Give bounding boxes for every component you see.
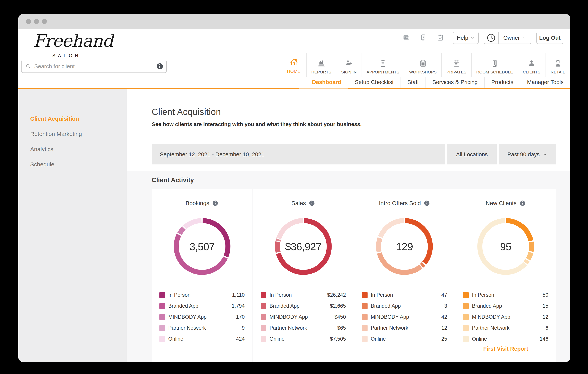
legend-swatch — [159, 336, 165, 342]
nav-tab-retail[interactable]: RETAIL — [545, 53, 570, 77]
date-range-filter[interactable]: September 12, 2021 - December 10, 2021 — [152, 144, 445, 165]
card-title: Sales — [292, 200, 306, 207]
card-title-row: Sales — [292, 200, 315, 207]
home-icon — [289, 57, 299, 67]
metric-card-sales: Sales$36,927In Person$26,242Branded App$… — [253, 189, 354, 362]
app-download-button[interactable] — [419, 34, 427, 42]
legend-label: MINDBODY App — [168, 314, 236, 320]
sub-nav-setup-checklist[interactable]: Setup Checklist — [348, 77, 400, 88]
owner-dropdown[interactable]: Owner — [499, 35, 531, 41]
window-control-dot[interactable] — [26, 19, 31, 24]
locations-filter[interactable]: All Locations — [447, 144, 497, 165]
chevron-down-icon — [542, 152, 547, 157]
legend-label: Partner Network — [371, 325, 441, 331]
legend-item: MINDBODY App42 — [362, 311, 447, 322]
room-schedule-icon — [490, 59, 499, 68]
donut-total: $36,927 — [274, 217, 333, 276]
legend-label: MINDBODY App — [472, 314, 543, 320]
brand-logo[interactable]: Freehand SALON — [31, 32, 100, 58]
window-control-dot[interactable] — [42, 19, 47, 24]
legend-value: $65 — [337, 325, 346, 331]
info-icon[interactable] — [519, 200, 526, 207]
nav-tab-appointments[interactable]: APPOINTMENTS — [362, 53, 404, 77]
legend-label: Partner Network — [472, 325, 546, 331]
legend-item: Partner Network12 — [362, 322, 447, 333]
sub-nav-dashboard[interactable]: Dashboard — [305, 77, 348, 88]
legend-item: Online146 — [463, 333, 548, 344]
main-content: Client Acquisition See how clients are i… — [127, 89, 570, 362]
sign-in-icon — [345, 59, 353, 68]
nav-tab-label: WORKSHOPS — [409, 70, 436, 74]
clock-button[interactable] — [484, 32, 499, 44]
donut-chart: $36,927 — [274, 217, 333, 276]
logout-button[interactable]: Log Out — [536, 32, 563, 44]
nav-tab-sign-in[interactable]: SIGN IN — [336, 53, 362, 77]
nav-tab-clients[interactable]: CLIENTS — [518, 53, 546, 77]
brand-tagline: SALON — [31, 53, 100, 58]
client-search[interactable] — [21, 60, 167, 73]
chevron-down-icon — [542, 152, 547, 157]
brand-name: Freehand — [31, 32, 100, 51]
legend-item: MINDBODY App170 — [159, 311, 245, 322]
nav-tab-room-schedule[interactable]: ROOM SCHEDULE — [471, 53, 518, 77]
nav-tab-privates[interactable]: PRIVATES — [441, 53, 471, 77]
legend-item: In Person50 — [463, 290, 548, 301]
page-title: Client Acquisition — [152, 107, 556, 117]
sidebar-item-client-acquisition[interactable]: Client Acquisition — [18, 111, 127, 126]
legend-swatch — [463, 325, 469, 331]
sidebar-item-schedule[interactable]: Schedule — [18, 157, 127, 172]
donut-chart: 129 — [375, 217, 434, 276]
legend-value: 12 — [543, 314, 548, 320]
nav-tab-reports[interactable]: REPORTS — [306, 53, 336, 77]
legend-item: Branded App1,794 — [159, 301, 245, 311]
news-button[interactable] — [402, 34, 410, 42]
donut-total: 129 — [375, 217, 434, 276]
tasks-button[interactable] — [436, 34, 444, 42]
legend-swatch — [463, 292, 469, 298]
legend: In Person1,110Branded App1,794MINDBODY A… — [152, 290, 252, 344]
legend-swatch — [159, 303, 165, 309]
info-icon — [424, 200, 430, 207]
period-label: Past 90 days — [507, 151, 540, 158]
period-filter[interactable]: Past 90 days — [499, 144, 556, 165]
legend-item: Branded App$2,665 — [261, 301, 346, 311]
legend-swatch — [261, 303, 266, 309]
nav-tab-home[interactable]: HOME — [281, 53, 306, 77]
info-icon[interactable] — [424, 200, 430, 207]
legend-swatch — [362, 314, 368, 320]
legend-swatch — [362, 292, 368, 298]
window-control-dot[interactable] — [34, 19, 39, 24]
sub-nav-services-pricing[interactable]: Services & Pricing — [426, 77, 484, 88]
nav-tab-label: APPOINTMENTS — [367, 70, 399, 74]
sidebar-item-retention-marketing[interactable]: Retention Marketing — [18, 126, 127, 142]
chevron-down-icon — [522, 35, 526, 40]
owner-menu-button[interactable]: Owner — [484, 32, 531, 44]
sub-nav-staff[interactable]: Staff — [400, 77, 425, 88]
app-window: Freehand SALON Help Owner Log Out — [18, 14, 570, 362]
first-visit-report-link[interactable]: First Visit Report — [483, 346, 528, 352]
nav-tab-workshops[interactable]: WORKSHOPS — [404, 53, 441, 77]
news-icon — [402, 34, 410, 42]
search-input[interactable] — [34, 63, 156, 70]
legend-swatch — [159, 325, 165, 331]
card-title: Intro Offers Sold — [379, 200, 421, 207]
clock-icon — [484, 32, 498, 44]
sub-nav-products[interactable]: Products — [484, 77, 520, 88]
search-info-icon[interactable] — [156, 63, 164, 70]
legend: In Person50Branded App15MINDBODY App12Pa… — [455, 290, 556, 344]
legend-value: $26,242 — [327, 292, 346, 298]
info-icon[interactable] — [212, 200, 219, 207]
legend-swatch — [159, 314, 165, 320]
sub-nav-manager-tools[interactable]: Manager Tools — [520, 77, 570, 88]
legend-label: In Person — [472, 292, 543, 298]
help-button[interactable]: Help — [453, 32, 479, 44]
sidebar-item-analytics[interactable]: Analytics — [18, 142, 127, 157]
info-icon[interactable] — [309, 200, 315, 207]
legend-label: Partner Network — [270, 325, 337, 331]
page-subtitle: See how clients are interacting with you… — [152, 121, 556, 127]
legend-value: 146 — [540, 336, 548, 342]
legend-item: In Person$26,242 — [261, 290, 346, 301]
info-icon — [212, 200, 219, 207]
section-title: Client Activity — [152, 176, 556, 184]
legend-label: MINDBODY App — [270, 314, 335, 320]
